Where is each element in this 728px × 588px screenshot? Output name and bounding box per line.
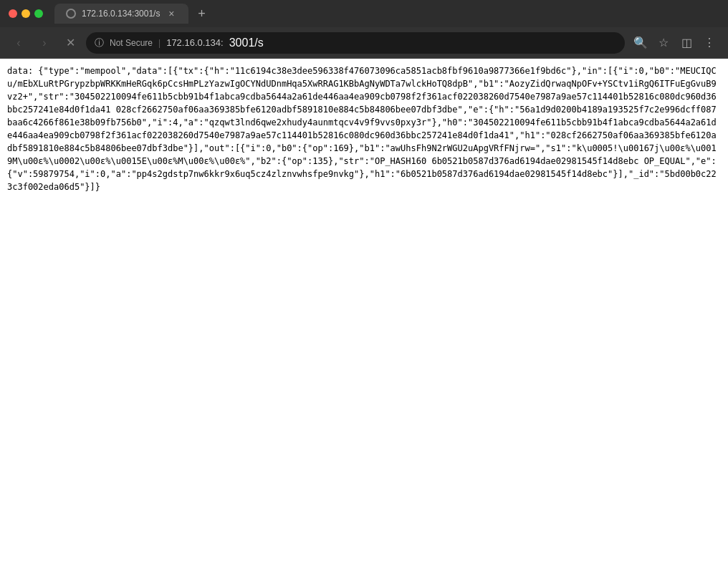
reload-button[interactable]: ✕	[60, 33, 80, 53]
not-secure-label: Not Secure	[110, 38, 153, 48]
extensions-button[interactable]: ◫	[676, 33, 696, 53]
maximize-button[interactable]	[34, 9, 43, 18]
search-button[interactable]: 🔍	[631, 33, 651, 53]
address-separator: |	[158, 38, 161, 48]
close-button[interactable]	[9, 9, 17, 18]
address-bar: ‹ › ✕ ⓘ Not Secure | 172.16.0.134:3001/s…	[0, 27, 728, 59]
new-tab-button[interactable]: +	[193, 5, 210, 22]
back-icon: ‹	[16, 37, 20, 49]
menu-button[interactable]: ⋮	[699, 33, 719, 53]
titlebar: 172.16.0.134:3001/s × +	[0, 0, 728, 27]
toolbar-icons: 🔍 ☆ ◫ ⋮	[631, 33, 719, 53]
forward-button[interactable]: ›	[34, 33, 54, 53]
extensions-icon: ◫	[681, 36, 692, 49]
security-info-icon: ⓘ	[95, 37, 104, 49]
active-tab[interactable]: 172.16.0.134:3001/s ×	[54, 4, 188, 24]
tab-loading-icon	[66, 9, 76, 19]
forward-icon: ›	[42, 37, 46, 49]
traffic-lights	[9, 9, 43, 18]
back-button[interactable]: ‹	[9, 33, 29, 53]
menu-icon: ⋮	[704, 36, 715, 49]
search-icon: 🔍	[633, 36, 648, 49]
address-field[interactable]: ⓘ Not Secure | 172.16.0.134:3001/s	[86, 32, 625, 54]
json-output: data: {"type":"mempool","data":[{"tx":{"…	[7, 64, 721, 193]
bookmark-button[interactable]: ☆	[653, 33, 674, 53]
tab-bar: 172.16.0.134:3001/s × +	[54, 4, 719, 24]
reload-icon: ✕	[66, 36, 75, 49]
tab-close-button[interactable]: ×	[166, 8, 177, 19]
page-content: data: {"type":"mempool","data":[{"tx":{"…	[0, 59, 728, 588]
star-icon: ☆	[658, 36, 669, 49]
url-highlight: 3001/s	[229, 37, 264, 49]
minimize-button[interactable]	[21, 9, 30, 18]
url-plain: 172.16.0.134:	[166, 37, 224, 48]
tab-title: 172.16.0.134:3001/s	[82, 9, 160, 19]
